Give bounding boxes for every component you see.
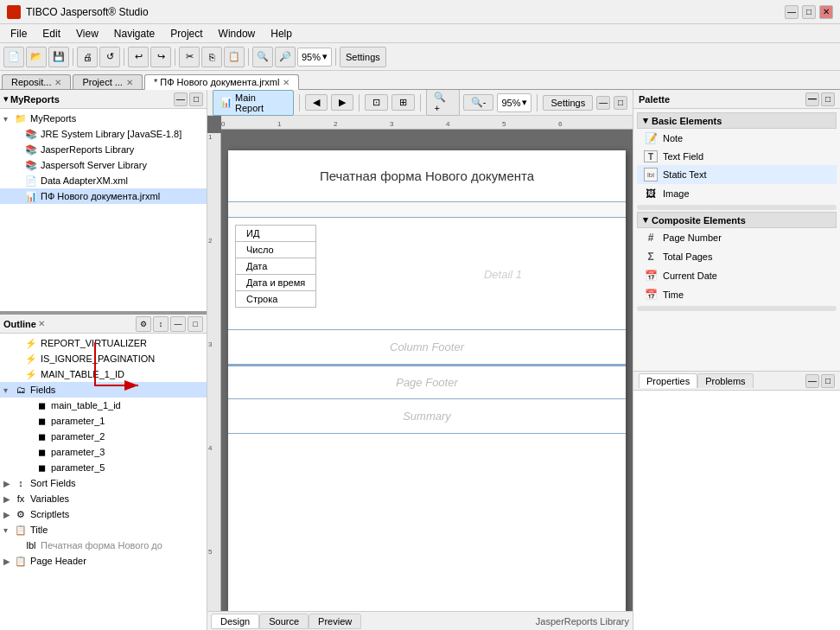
outline-page-header[interactable]: ▶ 📋 Page Header [0,553,207,569]
editor-tab-bar: Reposit... ✕ Project ... ✕ * ПФ Нового д… [0,71,840,90]
minimize-button[interactable]: — [785,5,799,19]
project-tab-close[interactable]: ✕ [126,78,133,87]
tree-item-jasper-lib[interactable]: 📚 JasperReports Library [0,142,207,157]
settings-report-btn[interactable]: Settings [543,95,593,111]
param-icon: ⚡ [24,336,38,350]
report-nav-left[interactable]: ◀ [305,94,328,111]
zoom-out-button[interactable]: 🔎 [275,47,296,67]
paste-button[interactable]: 📋 [224,47,245,67]
menu-project[interactable]: Project [163,26,209,41]
palette-total-pages[interactable]: Σ Total Pages [637,247,837,266]
palette-time[interactable]: 📅 Time [637,285,837,304]
props-maximize[interactable]: □ [821,374,835,388]
outline-toolbar-btn4[interactable]: □ [188,316,203,332]
outline-main-table-1-id[interactable]: ◼ main_table_1_id [0,398,207,413]
time-icon: 📅 [644,288,658,302]
undo-button[interactable]: ↩ [128,47,149,67]
outline-close-icon[interactable]: ✕ [38,319,45,328]
outline-toolbar-btn1[interactable]: ⚙ [136,316,151,332]
outline-scriptlets[interactable]: ▶ ⚙ Scriptlets [0,506,207,522]
outline-toolbar-btn2[interactable]: ↕ [153,316,169,332]
palette-current-date[interactable]: 📅 Current Date [637,266,837,285]
page-number-icon: # [644,231,658,245]
menu-view[interactable]: View [69,26,105,41]
outline-variables[interactable]: ▶ fx Variables [0,491,207,506]
problems-tab[interactable]: Problems [697,373,753,388]
zoom-in-button[interactable]: 🔍 [252,47,273,67]
basic-elements-header[interactable]: ▾ Basic Elements [637,112,837,129]
composite-elements-header[interactable]: ▾ Composite Elements [637,212,837,228]
tree-item-jaspersoft-lib[interactable]: 📚 Jaspersoft Server Library [0,157,207,173]
cut-button[interactable]: ✂ [179,47,200,67]
refresh-button[interactable]: ↺ [99,47,120,67]
main-report-icon: 📊 [220,97,232,108]
tree-item-pf-doc[interactable]: 📊 ПФ Нового документа.jrxml [0,188,207,204]
menu-navigate[interactable]: Navigate [107,26,162,41]
outline-param2[interactable]: ◼ parameter_2 [0,429,207,444]
menu-window[interactable]: Window [212,26,263,41]
zoom-dropdown[interactable]: 95% ▾ [297,48,332,67]
properties-tab[interactable]: Properties [639,373,697,388]
outline-title[interactable]: ▾ 📋 Title [0,522,207,538]
zoom-out-report[interactable]: 🔍- [463,94,494,111]
tree-item-jre[interactable]: 📚 JRE System Library [JavaSE-1.8] [0,126,207,142]
close-button[interactable]: ✕ [819,5,833,19]
outline-main-table-id[interactable]: ⚡ MAIN_TABLE_1_ID [0,366,207,382]
outline-toolbar-btn3[interactable]: — [170,316,186,332]
maximize-button[interactable]: □ [802,5,816,19]
palette-page-number[interactable]: # Page Number [637,228,837,247]
tree-item-data-adapter[interactable]: 📄 Data AdapterXM.xml [0,173,207,188]
save-button[interactable]: 💾 [48,47,69,67]
repo-tab[interactable]: Reposit... ✕ [2,74,71,89]
var-label: Variables [30,493,69,504]
doc-tab-close[interactable]: ✕ [283,78,290,87]
current-date-icon: 📅 [644,269,658,283]
time-label: Time [663,290,684,300]
open-button[interactable]: 📂 [26,47,47,67]
repo-tab-close[interactable]: ✕ [54,78,61,87]
print-button[interactable]: 🖨 [77,47,98,67]
outline-pf-label[interactable]: lbl Печатная форма Нового до [0,538,207,553]
palette-minimize[interactable]: — [805,92,819,106]
preview-tab[interactable]: Preview [309,614,361,629]
project-tab[interactable]: Project ... ✕ [73,74,142,89]
source-tab[interactable]: Source [259,614,309,629]
outline-param5[interactable]: ◼ parameter_5 [0,460,207,475]
left-panel-minimize[interactable]: — [174,92,188,106]
menu-edit[interactable]: Edit [35,26,67,41]
tree-item-myreports[interactable]: ▾ 📁 MyReports [0,111,207,126]
center-area: 📊 Main Report ◀ ▶ ⊡ ⊞ 🔍+ 🔍- 95% ▾ Settin… [207,90,633,630]
redo-button[interactable]: ↪ [150,47,171,67]
palette-static-text[interactable]: lbl Static Text [637,165,837,184]
palette-image[interactable]: 🖼 Image [637,184,837,203]
copy-button[interactable]: ⎘ [201,47,222,67]
props-minimize[interactable]: — [805,374,819,388]
ruler-2: 2 [334,120,337,128]
palette-text-field[interactable]: T Text Field [637,148,837,165]
outline-param1[interactable]: ◼ parameter_1 [0,413,207,429]
menu-file[interactable]: File [3,26,34,41]
outline-param3[interactable]: ◼ parameter_3 [0,444,207,460]
fit-page-btn[interactable]: ⊞ [391,94,415,111]
outline-report-virtualizer[interactable]: ⚡ REPORT_VIRTUALIZER [0,335,207,351]
canvas-scroll[interactable]: 0 1 2 3 4 5 6 1 2 3 4 5 6 7 [207,116,633,611]
outline-sort-fields[interactable]: ▶ ↕ Sort Fields [0,475,207,491]
palette-note[interactable]: 📝 Note [637,129,837,148]
outline-fields[interactable]: ▾ 🗂 Fields [0,382,207,398]
palette-maximize[interactable]: □ [821,92,835,106]
fit-width-btn[interactable]: ⊡ [365,94,388,111]
canvas-panel-minimize[interactable]: — [596,96,610,110]
report-zoom-dropdown[interactable]: 95% ▾ [497,93,531,112]
main-report-btn[interactable]: 📊 Main Report [213,90,294,116]
left-panel-maximize[interactable]: □ [189,92,203,106]
doc-tab[interactable]: * ПФ Нового документа.jrxml ✕ [144,74,299,90]
design-tab[interactable]: Design [211,614,259,629]
canvas-panel-maximize[interactable]: □ [614,96,627,110]
menu-help[interactable]: Help [264,26,299,41]
settings-button[interactable]: Settings [340,47,386,67]
zoom-in-report[interactable]: 🔍+ [426,90,459,116]
report-nav-right[interactable]: ▶ [331,94,353,111]
outline-is-ignore[interactable]: ⚡ IS_IGNORE_PAGINATION [0,351,207,366]
new-button[interactable]: 📄 [3,47,24,67]
outline-header: Outline ✕ ⚙ ↕ — □ [0,315,207,334]
